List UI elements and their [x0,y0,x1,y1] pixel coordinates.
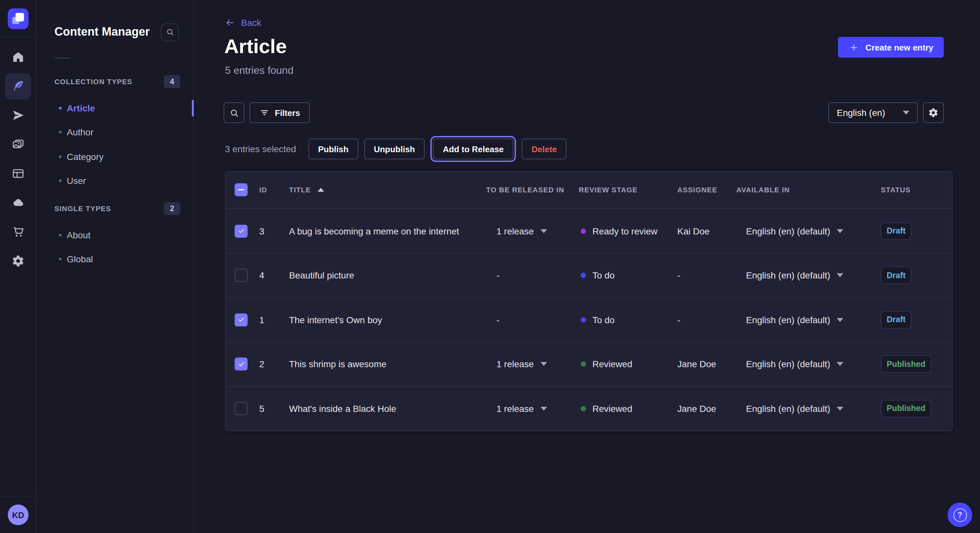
selected-count-text: 3 entries selected [225,144,296,154]
locale-caret-icon [837,407,843,411]
cell-title: A bug is becoming a meme on the internet [289,226,459,236]
sidebar-item-user[interactable]: User [36,169,193,193]
release-caret-icon [540,229,547,233]
sidebar-divider [54,58,70,58]
cell-id: 2 [259,359,264,370]
column-header-released: TO BE RELEASED IN [486,186,564,194]
cell-id: 3 [259,226,264,236]
column-header-id[interactable]: ID [259,186,267,194]
table-row[interactable]: 2 This shrimp is awesome 1 release Revie… [226,342,952,386]
column-header-assignee: ASSIGNEE [677,186,717,194]
nav-media-library[interactable] [5,132,31,157]
nav-marketplace[interactable] [5,219,31,245]
column-header-review-stage: REVIEW STAGE [579,186,638,194]
publish-button[interactable]: Publish [308,139,358,159]
view-settings-button[interactable] [923,102,944,123]
cell-available-in[interactable]: English (en) (default) [746,359,843,370]
column-header-available-in: AVAILABLE IN [736,186,790,194]
sidebar-item-article[interactable]: Article [36,96,193,120]
rail-logo-section [0,0,36,38]
nav-content-manager[interactable] [5,73,31,99]
create-new-entry-button[interactable]: Create new entry [838,37,944,58]
locale-select[interactable]: English (en) [828,102,918,123]
strapi-logo[interactable] [8,8,28,29]
plus-icon [848,42,859,53]
status-badge: Published [881,400,931,417]
search-entries-button[interactable] [224,102,244,123]
unpublish-button[interactable]: Unpublish [364,139,425,159]
add-to-release-button[interactable]: Add to Release [433,139,513,159]
cell-available-in[interactable]: English (en) (default) [746,270,843,281]
rail-nav [0,44,36,274]
table-row[interactable]: 3 A bug is becoming a meme on the intern… [226,209,952,253]
cell-releases: - [496,315,500,325]
locale-caret-icon [837,362,843,366]
layout-window-icon [12,167,25,180]
cell-releases: - [496,270,500,281]
cell-available-in[interactable]: English (en) (default) [746,315,843,325]
help-button[interactable]: ? [948,503,972,527]
cell-available-in[interactable]: English (en) (default) [746,226,843,236]
chevron-down-icon [903,111,909,115]
cell-releases[interactable]: 1 release [496,403,547,414]
collection-types-list: Article Author Category User [36,96,193,193]
user-avatar[interactable]: KD [8,504,29,525]
single-types-list: About Global [36,223,193,271]
section-label-single-types: SINGLE TYPES [54,205,164,213]
delete-button[interactable]: Delete [522,139,566,159]
row-checkbox[interactable] [235,358,248,371]
main-content: Back Article 5 entries found Create new … [194,0,980,533]
table-row[interactable]: 4 Beautiful picture - To do - English (e… [226,253,952,297]
cell-assignee: - [677,315,680,325]
sidebar: Content Manager COLLECTION TYPES 4 Artic… [36,0,194,533]
filter-icon [259,108,270,118]
table-row[interactable]: 5 What's inside a Black Hole 1 release R… [226,386,952,430]
cell-id: 4 [259,270,264,281]
cell-review-stage: Reviewed [581,403,632,414]
logo-shape-front [15,13,24,21]
release-caret-icon [540,362,547,366]
column-header-status: STATUS [881,186,911,194]
release-caret-icon [540,407,547,411]
review-stage-dot [581,362,586,367]
cell-assignee: - [677,270,680,281]
row-checkbox[interactable] [235,314,248,327]
back-link[interactable]: Back [225,17,261,28]
nav-releases[interactable] [5,102,31,128]
cell-id: 5 [259,403,264,414]
row-checkbox[interactable] [235,225,248,238]
sidebar-item-about[interactable]: About [36,223,193,247]
nav-content-type-builder[interactable] [5,160,31,187]
review-stage-dot [581,228,586,234]
status-badge: Published [881,355,931,373]
review-stage-dot [581,317,586,322]
cell-releases[interactable]: 1 release [496,226,547,236]
table-row[interactable]: 1 The internet's Own boy - To do - Engli… [226,297,952,342]
single-types-count-badge: 2 [164,202,180,215]
column-header-title[interactable]: TITLE [289,186,324,194]
row-checkbox[interactable] [235,269,248,282]
select-all-checkbox[interactable] [235,183,248,196]
sidebar-search-button[interactable] [161,23,179,41]
locale-caret-icon [837,274,843,278]
review-stage-dot [581,406,586,411]
cell-releases[interactable]: 1 release [496,359,547,370]
nav-home[interactable] [5,44,31,70]
cell-title: The internet's Own boy [289,315,382,325]
nav-rail: KD [0,0,36,533]
status-badge: Draft [881,222,911,240]
nav-settings[interactable] [5,248,31,274]
sidebar-item-global[interactable]: Global [36,247,193,271]
nav-deploy[interactable] [5,190,31,216]
sidebar-item-category[interactable]: Category [36,144,193,169]
sidebar-item-author[interactable]: Author [36,120,193,144]
entries-table: ID TITLE TO BE RELEASED IN REVIEW STAGE … [225,171,953,431]
filters-button[interactable]: Filters [250,102,310,123]
sidebar-title: Content Manager [54,25,161,39]
search-icon [229,107,240,118]
cell-title: Beautiful picture [289,270,354,281]
question-mark-icon: ? [953,508,967,522]
cell-available-in[interactable]: English (en) (default) [746,403,843,414]
row-checkbox[interactable] [235,402,248,415]
feather-icon [12,80,25,93]
